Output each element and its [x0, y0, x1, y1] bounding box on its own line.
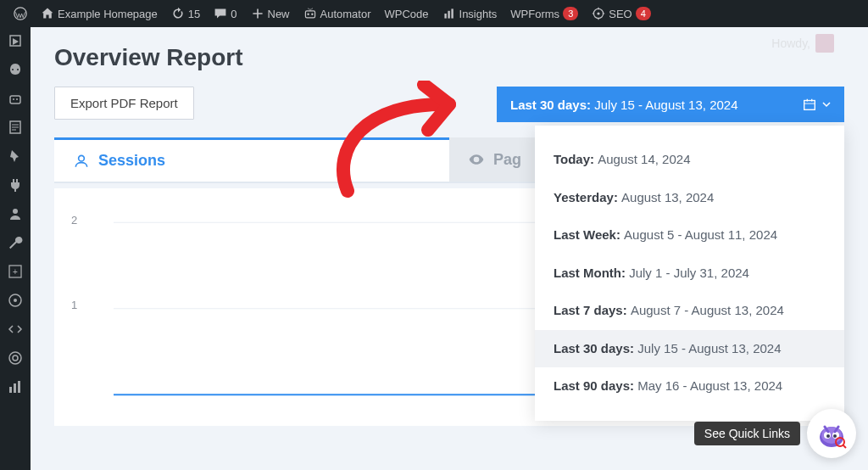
daterange-option[interactable]: Last Month: July 1 - July 31, 2024 [535, 255, 844, 293]
daterange-option-value: July 15 - August 13, 2024 [637, 341, 781, 355]
daterange-option-key: Last 30 days: [554, 341, 637, 355]
monster-icon[interactable] [7, 61, 24, 78]
wpcode-label: WPCode [385, 8, 429, 20]
quick-links-widget: See Quick Links [694, 409, 856, 458]
tab-sessions-label: Sessions [98, 152, 165, 170]
page-title: Overview Report [54, 44, 844, 71]
svg-rect-26 [804, 101, 815, 110]
daterange-dropdown: Today: August 14, 2024Yesterday: August … [535, 126, 844, 421]
svg-rect-24 [14, 383, 16, 393]
daterange-option-key: Today: [554, 152, 598, 166]
new-link[interactable]: New [244, 0, 297, 27]
svg-point-16 [13, 209, 18, 214]
automator-label: Automator [320, 8, 371, 20]
toolbar-row: Export PDF Report Last 30 days: July 15 … [54, 87, 844, 122]
daterange-option-value: August 13, 2024 [621, 190, 714, 204]
daterange-button[interactable]: Last 30 days: July 15 - August 13, 2024 [497, 87, 844, 122]
daterange-option-value: August 7 - August 13, 2024 [631, 303, 784, 317]
daterange-option[interactable]: Last 30 days: July 15 - August 13, 2024 [535, 330, 844, 368]
admin-top-bar: Example Homepage 15 0 New Automator WPCo… [0, 0, 868, 27]
daterange-picker: Last 30 days: July 15 - August 13, 2024 … [497, 87, 844, 122]
chart-icon[interactable] [7, 378, 24, 395]
tab-pageviews-label: Pag [493, 151, 521, 169]
admin-left-sidebar: + [0, 27, 31, 470]
forms-icon[interactable] [7, 119, 24, 136]
wpforms-link[interactable]: WPForms 3 [504, 0, 585, 27]
updates-link[interactable]: 15 [164, 0, 207, 27]
daterange-label: Last 30 days: [510, 98, 591, 112]
wp-logo-icon[interactable] [7, 0, 34, 27]
daterange-option-key: Last 7 days: [554, 303, 631, 317]
site-name-link[interactable]: Example Homepage [34, 0, 164, 27]
settings-icon[interactable] [7, 292, 24, 309]
tools-icon[interactable] [7, 234, 24, 251]
howdy-text: Howdy, [771, 34, 834, 53]
svg-point-10 [13, 98, 14, 100]
target-icon[interactable] [7, 350, 24, 366]
export-pdf-button[interactable]: Export PDF Report [54, 87, 194, 120]
robot-icon[interactable] [7, 90, 24, 107]
svg-point-3 [311, 14, 313, 15]
insights-label: Insights [459, 8, 498, 20]
daterange-option[interactable]: Last 90 days: May 16 - August 13, 2024 [535, 367, 844, 406]
svg-point-30 [79, 155, 85, 161]
daterange-option-value: August 14, 2024 [598, 152, 690, 166]
svg-text:+: + [13, 267, 18, 277]
seo-badge: 4 [636, 7, 651, 20]
svg-rect-4 [444, 14, 446, 19]
daterange-value: July 15 - August 13, 2024 [594, 98, 737, 112]
calendar-icon [802, 97, 817, 112]
site-name: Example Homepage [58, 8, 158, 20]
tab-sessions[interactable]: Sessions [54, 137, 449, 182]
daterange-option[interactable]: Last 7 days: August 7 - August 13, 2024 [535, 292, 844, 330]
comments-link[interactable]: 0 [207, 0, 243, 27]
svg-rect-6 [451, 8, 453, 18]
svg-point-22 [13, 355, 18, 361]
avatar[interactable] [815, 34, 834, 53]
media-icon[interactable] [7, 32, 24, 49]
daterange-option-value: May 16 - August 13, 2024 [637, 378, 782, 393]
svg-point-2 [307, 14, 309, 15]
daterange-option[interactable]: Yesterday: August 13, 2024 [535, 179, 844, 217]
daterange-option-key: Yesterday: [554, 190, 621, 204]
svg-point-20 [14, 299, 17, 302]
daterange-option-value: July 1 - July 31, 2024 [629, 266, 749, 280]
code-icon[interactable] [7, 321, 24, 338]
chevron-down-icon [822, 100, 831, 109]
svg-point-8 [598, 12, 600, 14]
seo-link[interactable]: SEO 4 [585, 0, 658, 27]
svg-line-42 [843, 445, 846, 448]
pin-icon[interactable] [7, 148, 24, 165]
daterange-option[interactable]: Today: August 14, 2024 [535, 141, 844, 179]
wpforms-label: WPForms [510, 8, 559, 20]
svg-point-39 [826, 434, 830, 438]
svg-rect-23 [9, 387, 12, 393]
wpcode-link[interactable]: WPCode [378, 0, 436, 27]
users-icon[interactable] [7, 205, 24, 222]
quick-links-tooltip: See Quick Links [694, 422, 800, 445]
quick-links-button[interactable] [807, 409, 856, 458]
collapse-icon[interactable]: + [7, 263, 24, 280]
svg-rect-9 [10, 96, 20, 104]
new-label: New [268, 8, 290, 20]
svg-point-21 [9, 352, 21, 364]
y-tick-1: 1 [71, 299, 77, 311]
insights-link[interactable]: Insights [436, 0, 504, 27]
wpforms-badge: 3 [563, 7, 578, 20]
daterange-option-key: Last 90 days: [554, 378, 637, 393]
seo-label: SEO [609, 8, 632, 20]
svg-point-11 [16, 98, 18, 100]
updates-count: 15 [188, 8, 200, 20]
svg-rect-1 [305, 11, 314, 18]
main-content: Howdy, Overview Report Export PDF Report… [31, 27, 868, 470]
svg-rect-5 [448, 11, 449, 19]
daterange-option-value: August 5 - August 11, 2024 [624, 227, 777, 242]
y-tick-2: 2 [71, 214, 77, 227]
plugins-icon[interactable] [7, 176, 24, 193]
daterange-option[interactable]: Last Week: August 5 - August 11, 2024 [535, 216, 844, 255]
svg-rect-25 [18, 381, 20, 393]
svg-point-40 [833, 434, 837, 438]
comments-count: 0 [231, 8, 236, 20]
daterange-option-key: Last Week: [554, 227, 624, 242]
automator-link[interactable]: Automator [297, 0, 378, 27]
